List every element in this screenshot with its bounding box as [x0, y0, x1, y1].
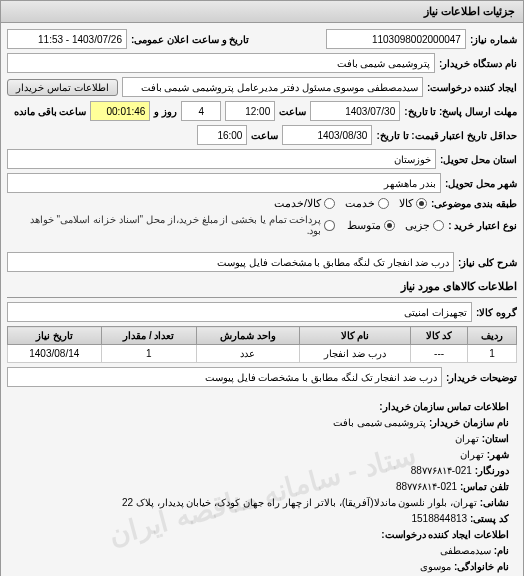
city-field: بندر ماهشهر [7, 173, 441, 193]
org-name-label: نام سازمان خریدار: [429, 417, 509, 428]
table-header-row: ردیف کد کالا نام کالا واحد شمارش تعداد /… [8, 327, 517, 345]
response-deadline-label: مهلت ارسال پاسخ: تا تاریخ: [404, 106, 517, 117]
buyer-device-label: نام دستگاه خریدار: [439, 58, 517, 69]
time-remaining-field: 00:01:46 [90, 101, 150, 121]
phone: 021-88۷۷۶۸۱۴ [396, 481, 457, 492]
distributor-label: دورنگار: [475, 465, 509, 476]
buyer-device-field: پتروشیمی شیمی بافت [7, 53, 435, 73]
purchase-type-label: نوع اعتبار خرید : [448, 220, 517, 231]
contact-city-label: شهر: [487, 449, 509, 460]
payment-note-check[interactable]: پرداخت تمام یا بخشی از مبلغ خرید،از محل … [15, 214, 335, 236]
radio-service[interactable]: خدمت [345, 197, 389, 210]
creator-section-label: اطلاعات ایجاد کننده درخواست: [381, 529, 509, 540]
days-remaining-field: 4 [181, 101, 221, 121]
family-label: نام خانوادگی: [454, 561, 509, 572]
purchase-type-radios: جزیی متوسط [339, 219, 444, 232]
row-need-number: شماره نیاز: 1103098002000047 تاریخ و ساع… [7, 29, 517, 49]
radio-partial[interactable]: جزیی [405, 219, 444, 232]
row-validity-deadline: حداقل تاریخ اعتبار قیمت: تا تاریخ: 1403/… [7, 125, 517, 145]
contact-section: ستاد - سامانه مناقصه ایران اطلاعات تماس … [7, 391, 517, 576]
cell-name: درب ضد انفجار [299, 345, 411, 363]
details-panel: جزئیات اطلاعات نیاز شماره نیاز: 11030980… [0, 0, 524, 576]
cell-index: 1 [467, 345, 516, 363]
panel-title: جزئیات اطلاعات نیاز [1, 1, 523, 23]
name-label: نام: [494, 545, 509, 556]
name-value: سیدمصطفی [440, 545, 491, 556]
panel-body: شماره نیاز: 1103098002000047 تاریخ و ساع… [1, 23, 523, 576]
th-qty: تعداد / مقدار [101, 327, 197, 345]
validity-time-field: 16:00 [197, 125, 247, 145]
time-label-1: ساعت [279, 106, 306, 117]
radio-icon-checked [416, 198, 427, 209]
row-province: استان محل تحویل: خوزستان [7, 149, 517, 169]
announce-datetime-field: 1403/07/26 - 11:53 [7, 29, 127, 49]
th-code: کد کالا [411, 327, 468, 345]
row-response-deadline: مهلت ارسال پاسخ: تا تاریخ: 1403/07/30 سا… [7, 101, 517, 121]
phone-label: تلفن تماس: [460, 481, 509, 492]
validity-deadline-label: حداقل تاریخ اعتبار قیمت: تا تاریخ: [376, 130, 517, 141]
contact-title: اطلاعات تماس سازمان خریدار: [379, 401, 509, 412]
need-desc-label: شرح کلی نیاز: [458, 257, 517, 268]
cell-qty: 1 [101, 345, 197, 363]
radio-icon [378, 198, 389, 209]
row-city: شهر محل تحویل: بندر ماهشهر [7, 173, 517, 193]
remaining-label: ساعت باقی مانده [14, 106, 87, 117]
creator-field: سیدمصطفی موسوی مسئول دفتر مدیرعامل پتروش… [122, 77, 424, 97]
need-number-label: شماره نیاز: [470, 34, 517, 45]
days-label: روز و [154, 106, 177, 117]
subject-class-label: طبقه بندی موضوعی: [431, 198, 517, 209]
th-unit: واحد شمارش [197, 327, 300, 345]
radio-service-label: خدمت [345, 197, 375, 210]
radio-goods[interactable]: کالا [399, 197, 427, 210]
row-creator: ایجاد کننده درخواست: سیدمصطفی موسوی مسئو… [7, 77, 517, 97]
radio-medium[interactable]: متوسط [347, 219, 395, 232]
address-label: نشانی: [480, 497, 509, 508]
radio-icon [324, 198, 335, 209]
radio-icon [324, 220, 335, 231]
cell-code: --- [411, 345, 468, 363]
row-need-desc: شرح کلی نیاز: درب ضد انفجار تک لنگه مطاب… [7, 252, 517, 272]
response-date-field: 1403/07/30 [310, 101, 400, 121]
address: تهران، بلوار نلسون ماندلا(آفریقا)، بالات… [122, 497, 477, 508]
city-label: شهر محل تحویل: [445, 178, 517, 189]
contact-buyer-button[interactable]: اطلاعات تماس خریدار [7, 79, 118, 96]
row-purchase-type: نوع اعتبار خرید : جزیی متوسط پرداخت تمام… [7, 214, 517, 236]
radio-icon-checked [384, 220, 395, 231]
announce-datetime-label: تاریخ و ساعت اعلان عمومی: [131, 34, 249, 45]
table-row: 1 --- درب ضد انفجار عدد 1 1403/08/14 [8, 345, 517, 363]
row-buyer-device: نام دستگاه خریدار: پتروشیمی شیمی بافت [7, 53, 517, 73]
cell-date: 1403/08/14 [8, 345, 102, 363]
th-date: تاریخ نیاز [8, 327, 102, 345]
cell-unit: عدد [197, 345, 300, 363]
buyer-notes-field: درب ضد انفجار تک لنگه مطابق با مشخصات فا… [7, 367, 442, 387]
row-buyer-notes: توضیحات خریدار: درب ضد انفجار تک لنگه مط… [7, 367, 517, 387]
contact-info: اطلاعات تماس سازمان خریدار: نام سازمان خ… [15, 399, 509, 576]
goods-group-label: گروه کالا: [476, 307, 517, 318]
goods-section-title: اطلاعات کالاهای مورد نیاز [7, 276, 517, 298]
contact-city: تهران [460, 449, 484, 460]
radio-medium-label: متوسط [347, 219, 381, 232]
postal-label: کد پستی: [470, 513, 509, 524]
row-goods-group: گروه کالا: تجهیزات امنیتی [7, 302, 517, 322]
need-number-field: 1103098002000047 [326, 29, 466, 49]
radio-goods-label: کالا [399, 197, 413, 210]
radio-icon [433, 220, 444, 231]
th-name: نام کالا [299, 327, 411, 345]
postal: 1518844813 [411, 513, 467, 524]
creator-label: ایجاد کننده درخواست: [427, 82, 517, 93]
contact-province: تهران [455, 433, 479, 444]
goods-group-field: تجهیزات امنیتی [7, 302, 472, 322]
radio-goods-service[interactable]: کالا/خدمت [274, 197, 335, 210]
th-index: ردیف [467, 327, 516, 345]
goods-table: ردیف کد کالا نام کالا واحد شمارش تعداد /… [7, 326, 517, 363]
payment-note: پرداخت تمام یا بخشی از مبلغ خرید،از محل … [15, 214, 321, 236]
distributor: 021-88۷۷۶۸۱۴ [411, 465, 472, 476]
radio-partial-label: جزیی [405, 219, 430, 232]
buyer-notes-label: توضیحات خریدار: [446, 372, 517, 383]
response-time-field: 12:00 [225, 101, 275, 121]
province-field: خوزستان [7, 149, 436, 169]
time-label-2: ساعت [251, 130, 278, 141]
org-name: پتروشیمی شیمی بافت [333, 417, 427, 428]
row-subject-class: طبقه بندی موضوعی: کالا خدمت کالا/خدمت [7, 197, 517, 210]
family-value: موسوی [420, 561, 451, 572]
